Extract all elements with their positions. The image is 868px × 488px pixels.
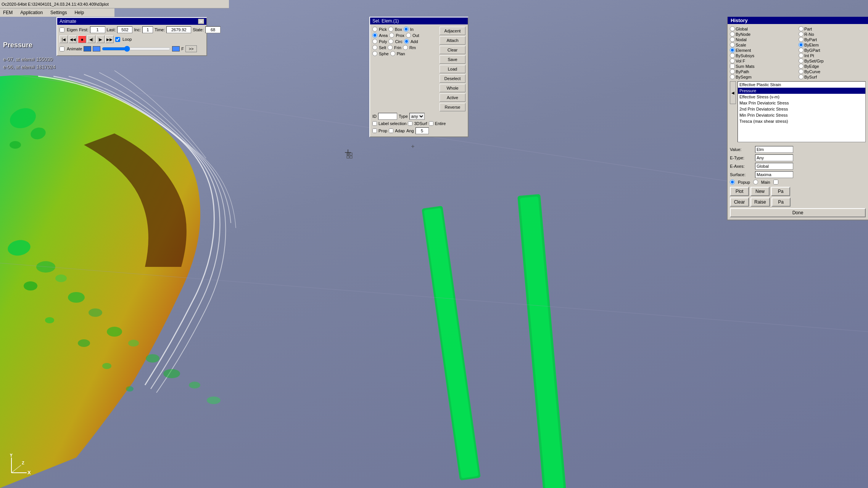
bypath-radio[interactable] (730, 69, 735, 74)
result-max-prin-dev[interactable]: Max Prin Deviatoric Stress (738, 100, 865, 106)
forward-button[interactable]: >> (185, 45, 197, 52)
menu-fem[interactable]: FEM (2, 10, 14, 15)
area-radio[interactable] (372, 33, 377, 38)
volf-radio[interactable] (730, 58, 735, 63)
menu-settings[interactable]: Settings (49, 10, 68, 15)
plot-button[interactable]: Plot (730, 187, 749, 196)
global-radio[interactable] (730, 26, 735, 31)
eaxes-input[interactable] (755, 163, 793, 170)
add-radio[interactable] (404, 39, 409, 44)
circ-radio[interactable] (388, 39, 393, 44)
byedge-radio[interactable] (799, 64, 804, 69)
attach-btn[interactable]: Attach (440, 36, 465, 45)
in-radio[interactable] (404, 27, 409, 32)
clear-hist-button[interactable]: Clear (730, 197, 749, 207)
eigen-checkbox[interactable] (60, 27, 64, 32)
step-fwd-btn[interactable]: |▶ (96, 35, 105, 43)
result-2nd-prin-dev[interactable]: 2nd Prin Deviatoric Stress (738, 106, 865, 112)
prop-checkbox[interactable] (372, 128, 377, 133)
adap-checkbox[interactable] (389, 128, 393, 133)
animate-close-button[interactable]: ✕ (198, 19, 204, 24)
element-radio[interactable] (730, 48, 735, 53)
label-selection-checkbox[interactable] (372, 121, 377, 126)
bysubsy-radio[interactable] (730, 53, 735, 58)
sphe-radio[interactable] (372, 51, 377, 56)
viewport: Oc2020-64bit E:\32404101_24.03.24.11:43:… (0, 0, 868, 488)
pa-button-1[interactable]: Pa (771, 187, 790, 196)
result-effective-stress[interactable]: Effective Stress (v-m) (738, 94, 865, 100)
part-radio[interactable] (799, 26, 804, 31)
etype-input[interactable] (755, 154, 793, 161)
adjacent-btn[interactable]: Adjacent (440, 27, 465, 35)
inc-input[interactable] (142, 26, 153, 33)
reverse-btn[interactable]: Reverse (440, 103, 465, 111)
summats-check[interactable] (730, 64, 735, 69)
svg-rect-22 (520, 196, 564, 488)
save-btn[interactable]: Save (440, 55, 465, 64)
bysegm-radio[interactable] (730, 74, 735, 79)
pick-radio[interactable] (372, 27, 377, 32)
display-extra-check[interactable] (773, 180, 778, 185)
bysetgrp-radio[interactable] (799, 58, 804, 63)
menu-bar[interactable]: FEM Application Settings Help (0, 8, 114, 17)
entire-checkbox[interactable] (429, 121, 433, 126)
result-pressure[interactable]: Pressure (738, 88, 865, 94)
intpt-radio[interactable] (799, 53, 804, 58)
step-back-btn[interactable]: ◀| (87, 35, 95, 43)
rewind-start-btn[interactable]: |◀ (60, 35, 68, 43)
frin-radio[interactable] (388, 45, 393, 50)
loop-checkbox[interactable] (115, 37, 120, 42)
rewind-btn[interactable]: ◀◀ (69, 35, 77, 43)
last-input[interactable] (117, 26, 132, 33)
menu-application[interactable]: Application (19, 10, 44, 15)
type-select[interactable]: any (409, 113, 425, 120)
first-input[interactable] (90, 26, 105, 33)
svg-text:Y: Y (10, 454, 13, 458)
done-button[interactable]: Done (730, 208, 866, 217)
state-input[interactable] (205, 26, 221, 33)
popup-radio[interactable] (730, 180, 735, 185)
new-button[interactable]: New (750, 187, 770, 196)
box-radio[interactable] (388, 27, 393, 32)
plan-radio[interactable] (390, 51, 395, 56)
stop-btn[interactable]: ■ (78, 35, 86, 43)
collapse-arrow-btn[interactable]: ◀ (730, 81, 736, 104)
whole-btn[interactable]: Whole (440, 84, 465, 92)
value-input[interactable] (755, 146, 793, 153)
deselect-btn[interactable]: Deselect (440, 74, 465, 83)
main-radio[interactable] (753, 180, 758, 185)
pa-button-2[interactable]: Pa (771, 197, 791, 207)
animate-titlebar[interactable]: Animate ✕ (57, 18, 206, 25)
bysurf-radio[interactable] (799, 74, 804, 79)
raise-button[interactable]: Raise (750, 197, 770, 207)
out-radio[interactable] (406, 33, 411, 38)
scale-radio[interactable] (730, 42, 735, 47)
rno-radio[interactable] (799, 32, 804, 37)
byelem-radio[interactable] (799, 42, 804, 47)
poly-radio[interactable] (372, 39, 377, 44)
result-effective-plastic-strain[interactable]: Effective Plastic Strain (738, 82, 865, 88)
rm-radio[interactable] (403, 45, 408, 50)
bygpart-radio[interactable] (799, 48, 804, 53)
active-btn[interactable]: Active (440, 93, 465, 102)
results-list[interactable]: Effective Plastic Strain Pressure Effect… (738, 81, 866, 142)
nodal-radio[interactable] (730, 37, 735, 42)
selt-radio[interactable] (372, 45, 377, 50)
load-btn[interactable]: Load (440, 65, 465, 73)
prox-radio[interactable] (389, 33, 394, 38)
bynode-radio[interactable] (730, 32, 735, 37)
time-input[interactable] (166, 26, 191, 33)
play-btn[interactable]: ▶▶ (105, 35, 114, 43)
clear-btn[interactable]: Clear (440, 46, 465, 54)
result-tresca[interactable]: Tresca (max shear stress) (738, 118, 865, 124)
bypart-radio[interactable] (799, 37, 804, 42)
threed-surf-checkbox[interactable] (408, 121, 412, 126)
animate-checkbox[interactable] (60, 47, 64, 51)
surface-input[interactable] (755, 171, 793, 178)
menu-help[interactable]: Help (73, 10, 85, 15)
result-min-prin-dev[interactable]: Min Prin Deviatoric Stress (738, 112, 865, 118)
id-input[interactable] (378, 113, 397, 120)
ang-input[interactable] (415, 127, 429, 134)
bycurve-radio[interactable] (799, 69, 804, 74)
animation-slider[interactable] (102, 46, 171, 52)
